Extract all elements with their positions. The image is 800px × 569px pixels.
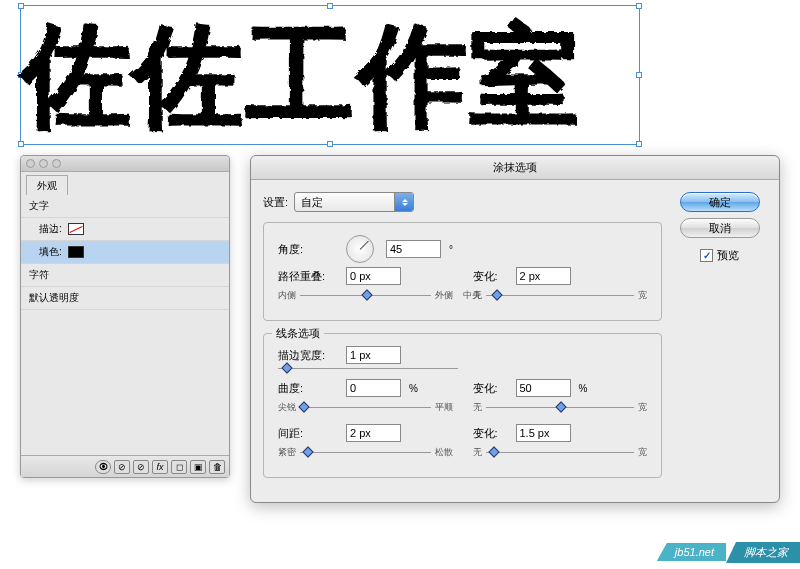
line-options-group: 线条选项 描边宽度: 曲度: % — [263, 333, 662, 478]
slider-max: 松散 — [435, 446, 453, 459]
variation-input[interactable] — [516, 267, 571, 285]
settings-dropdown[interactable]: 自定 — [294, 192, 414, 212]
slider-min: 尖锐 — [278, 401, 296, 414]
scribble-options-dialog: 涂抹选项 设置: 自定 角度: ° 路径重叠: — [250, 155, 780, 503]
canvas-selection[interactable]: 佐佐工作室 — [20, 5, 640, 145]
panel-body: 文字 描边: 填色: 字符 默认透明度 — [21, 195, 229, 455]
disable-button[interactable]: ⊘ — [114, 460, 130, 474]
artwork-text[interactable]: 佐佐工作室 — [20, 5, 640, 145]
row-label: 填色: — [39, 245, 62, 259]
preview-label: 预览 — [717, 248, 739, 263]
row-label: 文字 — [29, 199, 49, 213]
variation-slider[interactable]: 无 宽 — [473, 289, 648, 302]
spacing-slider[interactable]: 紧密 松散 — [278, 446, 453, 459]
curv-var-slider[interactable]: 无 宽 — [473, 401, 648, 414]
slider-max: 宽 — [638, 289, 647, 302]
new-button[interactable]: ▣ — [190, 460, 206, 474]
slider-max: 外侧 — [435, 289, 453, 302]
slider-min: 紧密 — [278, 446, 296, 459]
dialog-title: 涂抹选项 — [251, 156, 779, 180]
strokewidth-input[interactable] — [346, 346, 401, 364]
angle-label: 角度: — [278, 242, 338, 257]
pct-unit: % — [409, 383, 418, 394]
trash-button[interactable]: 🗑 — [209, 460, 225, 474]
watermark-name: 脚本之家 — [726, 542, 800, 563]
strokewidth-slider[interactable] — [278, 368, 458, 369]
slider-min: 无 — [473, 401, 482, 414]
chevron-updown-icon — [402, 196, 408, 209]
angle-unit: ° — [449, 244, 453, 255]
curviness-input[interactable] — [346, 379, 401, 397]
row-opacity[interactable]: 默认透明度 — [21, 287, 229, 310]
spacing-input[interactable] — [346, 424, 401, 442]
preview-checkbox[interactable]: ✓ — [700, 249, 713, 262]
row-fill[interactable]: 填色: — [21, 241, 229, 264]
black-swatch-icon[interactable] — [68, 246, 84, 258]
row-stroke[interactable]: 描边: — [21, 218, 229, 241]
group-title: 线条选项 — [272, 326, 324, 341]
slider-max: 宽 — [638, 446, 647, 459]
slider-min: 内侧 — [278, 289, 296, 302]
row-text[interactable]: 文字 — [21, 195, 229, 218]
spacing-label: 间距: — [278, 426, 338, 441]
overlap-label: 路径重叠: — [278, 269, 338, 284]
overlap-input[interactable] — [346, 267, 401, 285]
strokewidth-label: 描边宽度: — [278, 348, 338, 363]
fx2-button[interactable]: fx — [152, 460, 168, 474]
curv-var-label: 变化: — [473, 381, 508, 396]
watermark-url: jb51.net — [657, 543, 726, 561]
variation-label: 变化: — [473, 269, 508, 284]
panel-footer: ⦿ ⊘ ⊘ fx ◻ ▣ 🗑 — [21, 455, 229, 477]
slider-max: 宽 — [638, 401, 647, 414]
pct-unit: % — [579, 383, 588, 394]
overlap-slider[interactable]: 内侧 中央 外侧 — [278, 289, 453, 302]
space-var-label: 变化: — [473, 426, 508, 441]
angle-input[interactable] — [386, 240, 441, 258]
slider-min: 无 — [473, 446, 482, 459]
appearance-panel: 外观 文字 描边: 填色: 字符 默认透明度 ⦿ ⊘ ⊘ fx ◻ ▣ 🗑 — [20, 155, 230, 478]
dropdown-value: 自定 — [301, 195, 323, 210]
clear-button[interactable]: ◻ — [171, 460, 187, 474]
curv-var-input[interactable] — [516, 379, 571, 397]
space-var-slider[interactable]: 无 宽 — [473, 446, 648, 459]
row-character[interactable]: 字符 — [21, 264, 229, 287]
row-label: 默认透明度 — [29, 291, 79, 305]
setting-label: 设置: — [263, 195, 288, 210]
path-group: 角度: ° 路径重叠: 内侧 中央 — [263, 222, 662, 321]
none-swatch-icon[interactable] — [68, 223, 84, 235]
watermark: jb51.net脚本之家 — [657, 542, 800, 563]
panel-titlebar[interactable] — [21, 156, 229, 172]
row-label: 描边: — [39, 222, 62, 236]
traffic-lights[interactable] — [26, 159, 61, 168]
row-label: 字符 — [29, 268, 49, 282]
curviness-label: 曲度: — [278, 381, 338, 396]
slider-max: 平顺 — [435, 401, 453, 414]
fx-button[interactable]: ⦿ — [95, 460, 111, 474]
cancel-button[interactable]: 取消 — [680, 218, 760, 238]
angle-dial[interactable] — [346, 235, 374, 263]
space-var-input[interactable] — [516, 424, 571, 442]
panel-tab-appearance[interactable]: 外观 — [26, 175, 68, 195]
ok-button[interactable]: 确定 — [680, 192, 760, 212]
curviness-slider[interactable]: 尖锐 平顺 — [278, 401, 453, 414]
slider-mid: 中央 — [463, 289, 481, 302]
disable2-button[interactable]: ⊘ — [133, 460, 149, 474]
